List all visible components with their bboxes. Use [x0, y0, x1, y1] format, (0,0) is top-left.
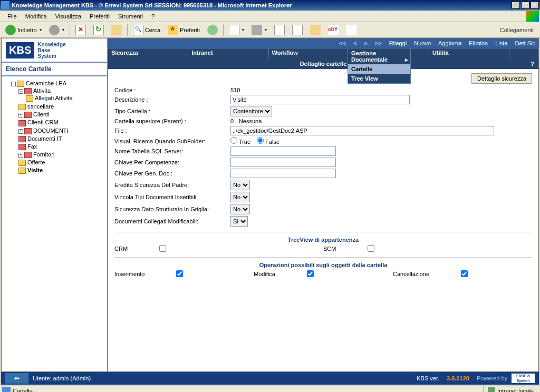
tree-item[interactable]: -Attivita Allegati Attivita [18, 87, 105, 103]
links-label[interactable]: Collegamenti [496, 25, 538, 35]
mail-button[interactable]: ▾ [226, 23, 247, 37]
home-button[interactable] [108, 23, 125, 37]
select-eredita[interactable]: No [230, 180, 250, 190]
nav-last[interactable]: >> [375, 40, 382, 46]
research-button[interactable] [307, 23, 324, 37]
dettaglio-sicurezza-button[interactable]: Dettaglio sicurezza [471, 73, 532, 84]
nav-new[interactable]: Nuovo [414, 40, 431, 46]
back-button[interactable]: Indietro▾ [2, 23, 45, 37]
status-bar: Cartelle Intranet locale [0, 386, 540, 392]
radio-false[interactable]: False [257, 139, 279, 145]
select-sicgriglia[interactable]: No [230, 204, 250, 214]
radio-true[interactable]: True [230, 139, 250, 145]
label-scm: SCM [323, 246, 336, 252]
ebay-button[interactable]: ebY [325, 23, 342, 37]
nav-prev[interactable]: < [353, 40, 356, 46]
nav-dettsic[interactable]: Dett Sic [515, 40, 535, 46]
app-icon [1, 1, 9, 9]
nav-next[interactable]: > [364, 40, 367, 46]
checkbox-scm[interactable] [368, 245, 374, 252]
maximize-button[interactable]: ❐ [521, 2, 529, 9]
tree-item[interactable]: Offerte [18, 159, 105, 166]
select-doccoll[interactable]: Sì [230, 216, 248, 227]
label-file: File : [114, 128, 230, 134]
help-button[interactable]: ? [531, 61, 534, 67]
input-file[interactable] [230, 126, 494, 135]
nav-reload[interactable]: Rileggi [389, 40, 407, 46]
input-descrizione[interactable] [230, 95, 410, 104]
tree-item[interactable]: Visite [18, 166, 105, 174]
toggle-icon[interactable]: - [18, 89, 23, 94]
print-button[interactable]: ▾ [248, 23, 270, 37]
tab-intranet[interactable]: Intranet [188, 48, 268, 58]
menu-strumenti[interactable]: Strumenti [114, 12, 147, 21]
tab-utilita[interactable]: Utilità [429, 48, 509, 58]
search-button[interactable]: Cerca [130, 23, 163, 37]
tree-item-label: Clienti CRM [27, 119, 59, 125]
tree-item[interactable]: +Fornitori [18, 151, 105, 159]
section-treeview-title: TreeView di appartenenza [114, 232, 532, 245]
input-sql[interactable] [230, 146, 336, 156]
dropdown-item-treeview[interactable]: Tree View [348, 74, 410, 83]
tree-root[interactable]: -Ceramiche LEA -Attivita Allegati Attivi… [11, 80, 105, 175]
tree-item[interactable]: +DOCUMENTI [18, 127, 105, 135]
dropdown-item-cartelle[interactable]: Cartelle [348, 64, 410, 74]
label-eredita: Eredita Sicurezza Del Padre: [114, 182, 230, 188]
tree-item[interactable]: Allegati Attivita [26, 94, 105, 102]
history-button[interactable] [204, 23, 221, 37]
nav-first[interactable]: << [339, 40, 346, 46]
tree-item[interactable]: Documenti IT [18, 135, 105, 143]
refresh-button[interactable] [90, 23, 107, 37]
people-button[interactable] [343, 23, 360, 37]
label-parent: Cartella superiore (Parent) : [114, 118, 230, 124]
menu-preferiti[interactable]: Preferiti [85, 12, 114, 21]
star-icon [168, 25, 178, 35]
menu-file[interactable]: File [3, 12, 21, 21]
exit-icon[interactable]: ⬅ [5, 373, 28, 384]
tab-workflow[interactable]: Workflow [269, 48, 349, 58]
folder-icon [18, 168, 26, 174]
toggle-icon[interactable]: + [18, 153, 23, 158]
minimize-button[interactable]: _ [512, 2, 520, 9]
input-gendoc[interactable] [230, 169, 336, 178]
tree-item[interactable]: Fax [18, 143, 105, 151]
favorites-button[interactable]: Preferiti [165, 23, 203, 37]
app-footer: ⬅ Utente: admin (Admin) KBS ver. 3.8.012… [1, 372, 539, 385]
status-text: Cartelle [13, 388, 483, 392]
select-vincola[interactable]: No [230, 192, 250, 202]
dropdown-item-gestione[interactable]: Gestione Documentale▸ [348, 48, 410, 64]
checkbox-inserimento[interactable] [176, 270, 183, 277]
tree-item[interactable]: cancellare [18, 103, 105, 111]
nav-update[interactable]: Aggiorna [438, 40, 461, 46]
forward-button[interactable]: ▾ [46, 23, 68, 37]
menu-help[interactable]: ? [147, 12, 159, 21]
label-doccoll: Documenti Collegati Modificabili: [114, 218, 230, 224]
toggle-icon[interactable]: - [11, 82, 16, 86]
tree-item[interactable]: +Clienti [18, 111, 105, 119]
nav-delete[interactable]: Elimina [469, 40, 488, 46]
stop-button[interactable] [72, 23, 89, 37]
menu-modifica[interactable]: Modifica [21, 12, 51, 21]
messenger-button[interactable] [289, 23, 306, 37]
toggle-icon[interactable]: + [18, 113, 23, 117]
close-button[interactable]: ✕ [531, 2, 539, 9]
checkbox-modifica[interactable] [307, 270, 314, 277]
checkbox-crm[interactable] [159, 245, 166, 252]
edit-icon [274, 25, 285, 35]
menu-visualizza[interactable]: Visualizza [51, 12, 85, 21]
sidebar-title: Elenco Cartelle [2, 63, 107, 76]
nav-list[interactable]: Lista [495, 40, 507, 46]
folder-icon [17, 81, 24, 87]
input-competenze[interactable] [230, 158, 336, 167]
dropdown-item-label: Gestione Documentale [351, 50, 388, 63]
select-tipo[interactable]: Contenitore [230, 106, 272, 116]
menubar: File Modifica Visualizza Preferiti Strum… [0, 11, 540, 22]
tree-item-label: Fax [27, 143, 37, 150]
toggle-icon[interactable]: + [18, 129, 23, 134]
logo-box: KBS [6, 42, 34, 58]
tree-item[interactable]: Clienti CRM [18, 119, 105, 126]
windows-flag-icon [526, 11, 539, 22]
checkbox-cancellazione[interactable] [461, 270, 468, 277]
tab-sicurezza[interactable]: Sicurezza [108, 48, 188, 58]
edit-button[interactable] [271, 23, 288, 37]
